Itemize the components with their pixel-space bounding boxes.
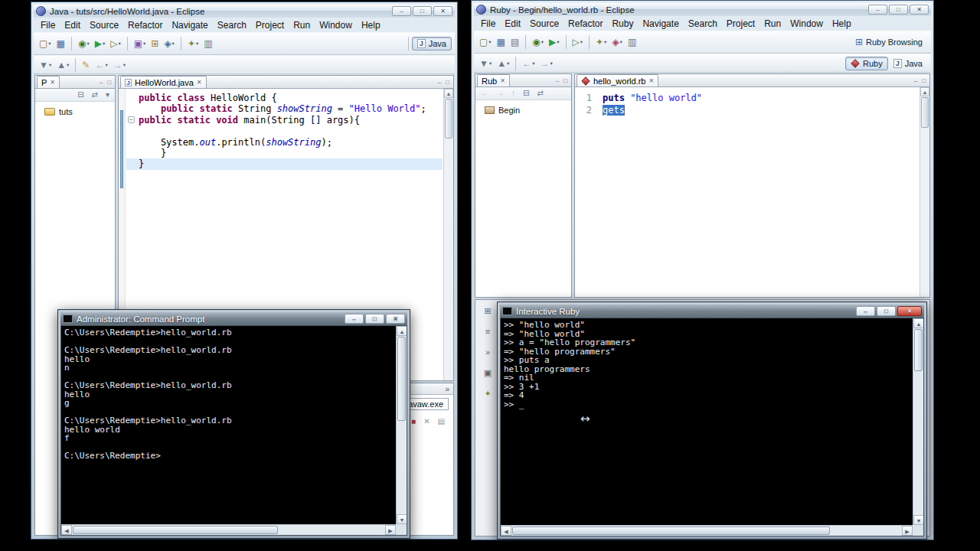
ruby-resources-tab[interactable]: Rub ✕	[477, 74, 510, 86]
scrollbar-thumb[interactable]	[445, 99, 452, 139]
close-button[interactable]: ✕	[433, 6, 452, 16]
maximize-view-icon[interactable]: □	[105, 79, 113, 86]
close-button[interactable]: ✕	[897, 306, 922, 316]
package-explorer-tab[interactable]: P ✕	[37, 76, 60, 88]
menu-file[interactable]: File	[36, 19, 60, 31]
scroll-up-icon[interactable]: ▲	[920, 87, 929, 96]
scroll-up-icon[interactable]: ▲	[397, 326, 407, 336]
minimize-button[interactable]: –	[868, 5, 887, 15]
menu-ruby[interactable]: Ruby	[607, 18, 638, 30]
code-line[interactable]: }	[126, 158, 443, 169]
scrollbar-thumb[interactable]	[73, 526, 278, 534]
code-line[interactable]	[126, 126, 443, 136]
scroll-down-icon[interactable]: ▼	[913, 515, 924, 525]
prev-annotation-icon[interactable]: ▲▾	[495, 56, 511, 71]
last-edit-location-icon[interactable]: ✎	[80, 57, 92, 73]
tree-item-tuts[interactable]: tuts	[37, 105, 113, 118]
scrollbar-thumb[interactable]	[921, 97, 929, 128]
menu-run[interactable]: Run	[289, 19, 315, 31]
titlebar[interactable]: Interactive Ruby – □ ✕	[500, 305, 924, 318]
minimize-view-icon[interactable]: –	[436, 79, 443, 86]
remove-launch-icon[interactable]: ✕	[421, 414, 432, 429]
minimize-button[interactable]: –	[345, 314, 364, 324]
external-tools-icon[interactable]: ▷▾	[570, 34, 586, 50]
run-last-launched-icon[interactable]: ▷▾	[108, 36, 123, 51]
new-wizard-icon[interactable]: ▢▾	[477, 34, 494, 50]
clear-console-icon[interactable]: ▤	[436, 414, 447, 429]
menu-navigate[interactable]: Navigate	[638, 18, 683, 30]
menu-source[interactable]: Source	[85, 19, 123, 31]
scrollbar-thumb[interactable]	[397, 337, 406, 421]
menu-run[interactable]: Run	[760, 18, 786, 30]
menu-search[interactable]: Search	[213, 19, 251, 31]
scroll-down-icon[interactable]: ▼	[397, 514, 407, 524]
save-icon[interactable]: ▦	[495, 34, 508, 50]
view-overflow-icon[interactable]: »	[483, 344, 492, 360]
perspective-ruby-button[interactable]: Ruby	[845, 57, 888, 70]
code-line[interactable]: public class HelloWorld {	[126, 93, 443, 103]
debug-icon[interactable]: ◉▾	[530, 34, 546, 50]
horizontal-scrollbar[interactable]: ◀ ▶	[501, 525, 913, 536]
new-ruby-class-icon[interactable]: ◈▾	[609, 34, 625, 50]
perspective-java-button[interactable]: J Java	[888, 57, 928, 70]
up-icon[interactable]: ↑	[509, 88, 518, 99]
menu-source[interactable]: Source	[525, 18, 564, 30]
minimize-view-icon[interactable]: –	[97, 79, 105, 86]
scroll-up-icon[interactable]: ▲	[913, 318, 924, 328]
menu-window[interactable]: Window	[315, 19, 357, 31]
minimize-button[interactable]: –	[856, 306, 875, 316]
maximize-view-icon[interactable]: □	[561, 77, 570, 84]
code-line[interactable]: System.out.println(showString);	[126, 137, 443, 148]
scroll-right-icon[interactable]: ▶	[385, 525, 396, 535]
toggle-mark-icon[interactable]: ▥	[626, 34, 639, 50]
code-line[interactable]: 2gets	[575, 104, 919, 116]
menu-edit[interactable]: Edit	[60, 19, 85, 31]
ruby-code-area[interactable]: 1puts "hello world"2gets ▲	[575, 87, 929, 297]
console-view-icon[interactable]: ▣	[482, 365, 494, 380]
titlebar[interactable]: Java - tuts/src/HelloWorld.java - Eclips…	[34, 5, 455, 18]
back-icon[interactable]: ←▾	[93, 57, 109, 73]
close-tab-icon[interactable]: ✕	[648, 77, 654, 84]
scrollbar-thumb[interactable]	[512, 527, 830, 535]
maximize-view-icon[interactable]: □	[443, 79, 452, 86]
editor-scrollbar[interactable]: ▲	[920, 87, 929, 297]
new-package-icon[interactable]: ⊞	[149, 36, 161, 51]
titlebar[interactable]: Ruby - Begin/hello_world.rb - Eclipse – …	[474, 3, 931, 16]
link-with-editor-icon[interactable]: ⇄	[90, 90, 100, 100]
vertical-scrollbar[interactable]: ▲ ▼	[396, 326, 407, 524]
problems-view-icon[interactable]: ⊞	[482, 303, 493, 318]
menu-refactor[interactable]: Refactor	[564, 18, 607, 30]
minimize-button[interactable]: –	[392, 6, 411, 16]
menu-help[interactable]: Help	[828, 18, 856, 30]
code-line[interactable]: 1puts "hello world"	[575, 92, 919, 104]
maximize-button[interactable]: □	[365, 314, 384, 324]
maximize-view-icon[interactable]: □	[920, 77, 928, 84]
scroll-left-icon[interactable]: ◀	[501, 526, 511, 536]
minimize-view-icon[interactable]: –	[554, 77, 561, 84]
maximize-button[interactable]: □	[889, 5, 908, 15]
menu-window[interactable]: Window	[786, 18, 828, 30]
maximize-button[interactable]: □	[877, 306, 896, 316]
new-class-icon[interactable]: ◈▾	[162, 36, 177, 51]
terminal-output[interactable]: C:\Users\Redemptie>hello_world.rb C:\Use…	[60, 325, 407, 536]
code-line[interactable]: public static String showString = "Hello…	[126, 103, 443, 114]
scroll-left-icon[interactable]: ◀	[61, 525, 72, 535]
menu-file[interactable]: File	[476, 18, 500, 30]
minimize-view-icon[interactable]: –	[912, 77, 920, 84]
tree-item-begin[interactable]: Begin	[477, 103, 570, 116]
forward-icon[interactable]: →▾	[538, 56, 555, 71]
forward-icon[interactable]: →▾	[111, 57, 128, 73]
fold-marker-icon[interactable]: −	[128, 116, 135, 123]
code-line[interactable]: −public static void main(String [] args)…	[126, 115, 443, 126]
view-menu-icon[interactable]: ▾	[103, 90, 112, 100]
menu-help[interactable]: Help	[357, 19, 385, 31]
menu-navigate[interactable]: Navigate	[167, 19, 212, 31]
menu-project[interactable]: Project	[251, 19, 289, 31]
menu-edit[interactable]: Edit	[500, 18, 525, 30]
task-icon[interactable]: ▥	[201, 36, 214, 51]
tasks-view-icon[interactable]: ≡	[483, 324, 492, 339]
close-tab-icon[interactable]: ✕	[197, 79, 202, 86]
perspective-ruby-browsing-button[interactable]: ⊞ Ruby Browsing	[850, 32, 928, 52]
search-icon[interactable]: ✦▾	[593, 34, 609, 50]
print-icon[interactable]: ▤	[508, 34, 521, 50]
